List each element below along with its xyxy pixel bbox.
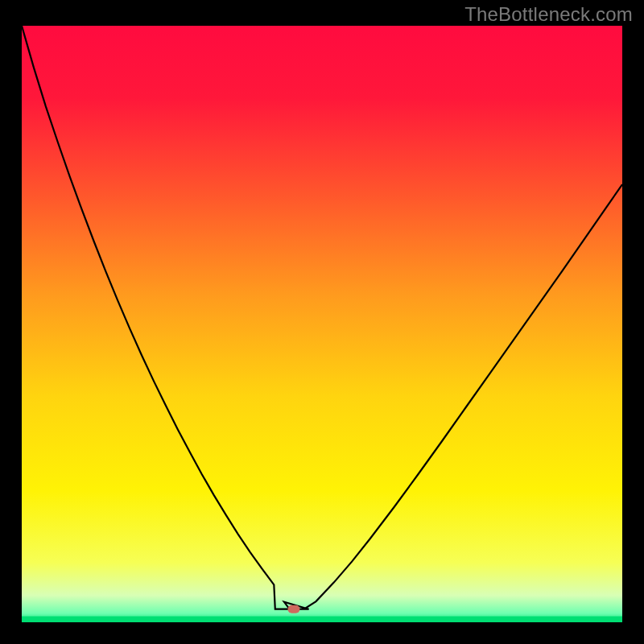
plot-background: [22, 26, 622, 622]
watermark-label: TheBottleneck.com: [464, 3, 633, 26]
chart-container: TheBottleneck.com: [0, 0, 644, 644]
baseline-band: [22, 617, 622, 622]
chart-svg: [0, 0, 644, 644]
min-marker: [287, 605, 299, 613]
